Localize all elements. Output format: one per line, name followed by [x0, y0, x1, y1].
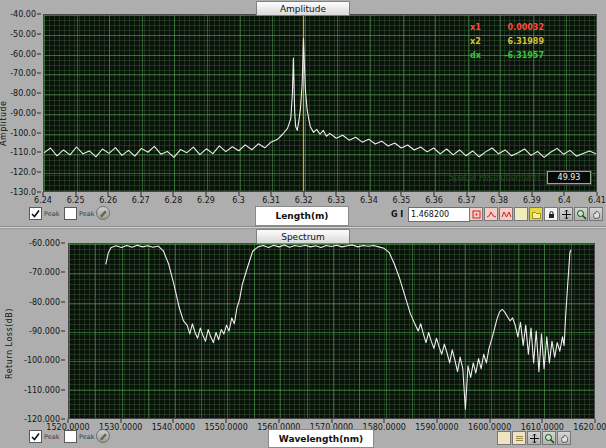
cursor-x2-value: 6.31989	[492, 37, 544, 46]
amplitude-graph-palette	[469, 207, 603, 221]
spectrum-annotation-button-2[interactable]	[512, 431, 526, 445]
lock-icon	[546, 209, 557, 220]
cursor-legend-row-x1: x1 0.00032	[470, 20, 544, 34]
spectrum-cursor-move-button[interactable]	[527, 431, 541, 445]
spectrum-graph-title: Spectrum	[256, 229, 350, 244]
pencil-icon	[98, 431, 108, 441]
spatial-resolution-value[interactable]: 49.93	[547, 171, 591, 184]
amplitude-plot-area[interactable]: x1 0.00032 x2 6.31989 dx -6.31957 Spatia…	[43, 14, 597, 192]
spectrum-peak-checkbox-2-unchecked[interactable]	[64, 430, 77, 443]
group-index-label: G I	[391, 210, 403, 219]
spectrum-peak-checkbox-1-checked[interactable]	[29, 430, 42, 443]
spectrum-peak-checkbox-1-label: Peak	[44, 433, 59, 441]
cursor-x1-value: 0.00032	[492, 23, 544, 32]
multi-peak-cursor-button[interactable]	[499, 207, 513, 221]
length-axis-name: Length(m)	[255, 206, 349, 226]
cursor-x1-label: x1	[470, 23, 492, 32]
list-lines-icon	[514, 433, 525, 444]
spectrum-y-ticks: -60.000-70.000-80.000-90.000-100.000-110…	[18, 243, 66, 419]
spatial-resolution: Spatial Resolution(um) 49.93	[449, 171, 591, 184]
pencil-icon	[98, 208, 108, 218]
cursor-dx-value: -6.31957	[492, 51, 544, 60]
check-icon	[30, 208, 41, 219]
spectrum-edit-annotation-button[interactable]	[96, 429, 110, 443]
crosshair-move-icon	[529, 433, 540, 444]
pan-hand-icon	[591, 209, 602, 220]
peak-cursor-button[interactable]	[484, 207, 498, 221]
amplitude-panel: Amplitude Amplitude -40.00-50.00-60.00-7…	[0, 0, 606, 226]
check-icon	[30, 431, 41, 442]
crosshair-move-icon	[561, 209, 572, 220]
cursor-legend: x1 0.00032 x2 6.31989 dx -6.31957	[470, 20, 544, 62]
return-loss-y-axis-label: Return Loss(dB)	[5, 283, 14, 379]
annotation-folder-button[interactable]	[529, 207, 543, 221]
zoom-magnifier-icon	[544, 433, 555, 444]
spectrum-peak-checkbox-2-label: Peak	[79, 433, 94, 441]
folder-icon	[531, 209, 542, 220]
spectrum-plot-area[interactable]	[68, 243, 595, 419]
peak-checkbox-2-label: Peak	[79, 210, 94, 218]
zoom-button[interactable]	[574, 207, 588, 221]
pan-hand-icon	[559, 433, 570, 444]
amplitude-y-ticks: -40.00-50.00-60.00-70.00-80.00-90.00-100…	[0, 14, 42, 192]
peak-checkbox-1-label: Peak	[44, 210, 59, 218]
spectrum-annotation-button-1[interactable]	[497, 431, 511, 445]
zoom-magnifier-icon	[576, 209, 587, 220]
edit-annotation-button[interactable]	[96, 206, 110, 220]
cursor-legend-row-x2: x2 6.31989	[470, 34, 544, 48]
spectrum-pan-button[interactable]	[557, 431, 571, 445]
spectrum-zoom-button[interactable]	[542, 431, 556, 445]
peak-checkbox-2-unchecked[interactable]	[64, 207, 77, 220]
cursor-marker-icon	[471, 209, 482, 220]
cursor-x2-label: x2	[470, 37, 492, 46]
wavelength-axis-name: Wavelength(nm)	[268, 429, 374, 448]
spectrum-waveform	[69, 244, 594, 418]
peak-curve-icon	[486, 209, 497, 220]
zigzag-icon	[501, 209, 512, 220]
annotation-blank-button[interactable]	[514, 207, 528, 221]
amplitude-graph-title: Amplitude	[256, 1, 350, 16]
spectrum-graph-palette	[497, 431, 571, 445]
cursor-dx-label: dx	[470, 51, 492, 60]
group-index-input[interactable]	[408, 207, 470, 222]
spatial-resolution-label: Spatial Resolution(um)	[449, 173, 540, 182]
cursor-marker-button[interactable]	[469, 207, 483, 221]
pan-button[interactable]	[589, 207, 603, 221]
peak-checkbox-1-checked[interactable]	[29, 207, 42, 220]
cursor-move-button[interactable]	[559, 207, 573, 221]
cursor-legend-row-dx: dx -6.31957	[470, 48, 544, 62]
ofdr-analysis-window: Amplitude Amplitude -40.00-50.00-60.00-7…	[0, 0, 606, 448]
lock-button[interactable]	[544, 207, 558, 221]
